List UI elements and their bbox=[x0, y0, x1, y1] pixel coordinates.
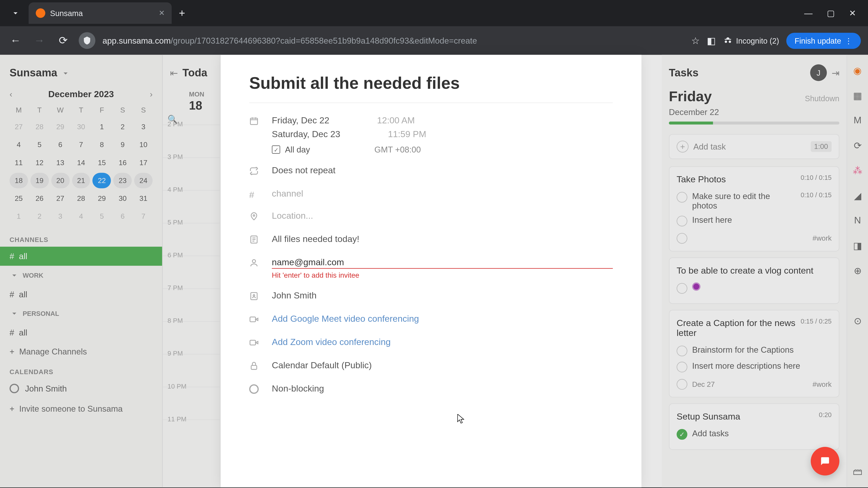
work-channel-all[interactable]: # all bbox=[0, 285, 162, 304]
task-tag[interactable]: #work bbox=[813, 234, 832, 242]
close-window-button[interactable]: ✕ bbox=[849, 8, 856, 18]
archive-icon[interactable]: 🗃 bbox=[851, 466, 864, 478]
cal-day[interactable]: 6 bbox=[114, 208, 132, 224]
start-time[interactable]: 12:00 AM bbox=[377, 115, 415, 125]
asana-icon[interactable]: ⁂ bbox=[851, 164, 864, 176]
hour-slot[interactable]: 9 PM bbox=[163, 354, 220, 387]
cal-day[interactable]: 31 bbox=[134, 191, 153, 206]
add-zoom-button[interactable]: Add Zoom video conferencing bbox=[272, 337, 391, 347]
cal-day[interactable]: 14 bbox=[72, 155, 90, 170]
cal-day[interactable]: 20 bbox=[51, 173, 69, 188]
cal-day[interactable]: 19 bbox=[30, 173, 49, 188]
cal-day[interactable]: 30 bbox=[114, 191, 132, 206]
cal-day[interactable]: 23 bbox=[114, 173, 132, 188]
invitee-input[interactable]: name@gmail.com bbox=[272, 257, 613, 269]
hour-slot[interactable]: 10 PM bbox=[163, 387, 220, 420]
address-bar[interactable]: app.sunsama.com/group/17031827644696380?… bbox=[103, 36, 684, 45]
cal-day[interactable]: 2 bbox=[114, 119, 132, 135]
task-card[interactable]: To be able to create a vlog content bbox=[669, 257, 839, 304]
cal-day[interactable]: 10 bbox=[134, 137, 153, 153]
subtask-checkbox[interactable]: ✓ bbox=[677, 429, 687, 440]
collapse-sidebar-icon[interactable]: ⇤ bbox=[170, 67, 178, 78]
cal-day[interactable]: 7 bbox=[134, 208, 153, 224]
cal-day[interactable]: 28 bbox=[30, 119, 49, 135]
shutdown-button[interactable]: Shutdown bbox=[805, 94, 839, 103]
browser-tab[interactable]: Sunsama × bbox=[29, 2, 172, 24]
hour-slot[interactable]: 5 PM bbox=[163, 223, 220, 256]
start-date[interactable]: Friday, Dec 22 bbox=[272, 115, 329, 125]
cal-day[interactable]: 4 bbox=[72, 208, 90, 224]
cal-day[interactable]: 1 bbox=[9, 208, 28, 224]
subtask[interactable]: Brainstorm for the Captions bbox=[677, 343, 832, 359]
subtask-checkbox[interactable] bbox=[677, 362, 687, 372]
cal-day[interactable]: 24 bbox=[134, 173, 153, 188]
hour-slot[interactable]: 3 PM bbox=[163, 157, 220, 190]
expand-panel-icon[interactable]: ⇥ bbox=[832, 67, 839, 78]
cal-day[interactable]: 3 bbox=[134, 119, 153, 135]
add-google-meet-button[interactable]: Add Google Meet video conferencing bbox=[272, 313, 419, 324]
cal-day[interactable]: 21 bbox=[72, 173, 90, 188]
subtask[interactable]: Insert more descriptions here bbox=[677, 359, 832, 375]
all-day-checkbox[interactable]: ✓ bbox=[272, 145, 280, 154]
subtask-checkbox[interactable] bbox=[677, 346, 687, 356]
cal-day[interactable]: 6 bbox=[51, 137, 69, 153]
cal-day[interactable]: 3 bbox=[51, 208, 69, 224]
repeat-selector[interactable]: Does not repeat bbox=[272, 165, 336, 175]
github-icon[interactable] bbox=[851, 290, 864, 302]
cal-day[interactable]: 17 bbox=[134, 155, 153, 170]
intercom-fab[interactable] bbox=[811, 447, 839, 476]
cal-day[interactable]: 30 bbox=[72, 119, 90, 135]
task-card[interactable]: Create a Caption for the news letter0:15… bbox=[669, 310, 839, 397]
calendar-john-smith[interactable]: John Smith bbox=[0, 379, 162, 398]
cal-day[interactable]: 8 bbox=[93, 137, 111, 153]
cal-day[interactable]: 1 bbox=[93, 119, 111, 135]
more-icon[interactable]: ⊙ bbox=[851, 315, 864, 326]
task-card[interactable]: Setup Sunsama0:20✓Add tasks bbox=[669, 403, 839, 450]
reload-button[interactable]: ⟳ bbox=[55, 34, 72, 47]
tab-search-dropdown[interactable] bbox=[5, 2, 26, 24]
cal-prev-button[interactable]: ‹ bbox=[9, 89, 12, 98]
cal-day[interactable]: 12 bbox=[30, 155, 49, 170]
hour-slot[interactable]: 4 PM bbox=[163, 190, 220, 223]
gmail-icon[interactable]: M bbox=[851, 114, 864, 126]
hour-slot[interactable]: 6 PM bbox=[163, 256, 220, 288]
incognito-indicator[interactable]: Incognito (2) bbox=[723, 36, 779, 45]
outlook-icon[interactable]: ◨ bbox=[851, 239, 864, 252]
back-button[interactable]: ← bbox=[7, 34, 24, 47]
subtask[interactable]: ✓Add tasks bbox=[677, 426, 832, 442]
subtask[interactable]: Insert here bbox=[677, 213, 832, 229]
cal-day[interactable]: 5 bbox=[93, 208, 111, 224]
cal-day[interactable]: 7 bbox=[72, 137, 90, 153]
subtask[interactable] bbox=[677, 280, 832, 296]
site-info-icon[interactable] bbox=[79, 32, 95, 49]
trello-icon[interactable]: ▦ bbox=[851, 90, 864, 101]
cal-day[interactable]: 15 bbox=[93, 155, 111, 170]
workspace-switcher[interactable]: Sunsama bbox=[0, 62, 162, 84]
cal-day[interactable]: 18 bbox=[9, 173, 28, 188]
cal-day[interactable]: 4 bbox=[9, 137, 28, 153]
cal-day[interactable]: 25 bbox=[9, 191, 28, 206]
sunsama-icon[interactable]: ◉ bbox=[851, 64, 864, 76]
personal-group-header[interactable]: PERSONAL bbox=[0, 304, 162, 323]
forward-button[interactable]: → bbox=[31, 34, 48, 47]
cal-day[interactable]: 13 bbox=[51, 155, 69, 170]
sync-icon[interactable]: ⟳ bbox=[851, 139, 864, 151]
subtask-checkbox[interactable] bbox=[677, 233, 687, 243]
event-title-input[interactable]: Submit all the needed files bbox=[249, 74, 613, 103]
hour-slot[interactable]: 8 PM bbox=[163, 321, 220, 354]
subtask[interactable]: Make sure to edit the photos0:10 / 0:15 bbox=[677, 189, 832, 213]
cal-day[interactable]: 29 bbox=[93, 191, 111, 206]
add-task-button[interactable]: + Add task 1:00 bbox=[669, 134, 839, 159]
end-date[interactable]: Saturday, Dec 23 bbox=[272, 129, 340, 139]
cal-day[interactable]: 28 bbox=[72, 191, 90, 206]
cal-day[interactable]: 5 bbox=[30, 137, 49, 153]
globe-icon[interactable]: ⊕ bbox=[851, 265, 864, 276]
calendar-visibility-selector[interactable]: Calendar Default (Public) bbox=[272, 360, 372, 370]
finish-update-button[interactable]: Finish update ⋮ bbox=[786, 33, 861, 48]
cal-next-button[interactable]: › bbox=[150, 89, 153, 98]
panel-icon[interactable]: ◧ bbox=[707, 35, 716, 46]
cal-day[interactable]: 22 bbox=[93, 173, 111, 188]
timezone-label[interactable]: GMT +08:00 bbox=[374, 145, 421, 154]
task-tag[interactable]: #work bbox=[813, 380, 832, 388]
invite-button[interactable]: + Invite someone to Sunsama bbox=[0, 398, 162, 420]
